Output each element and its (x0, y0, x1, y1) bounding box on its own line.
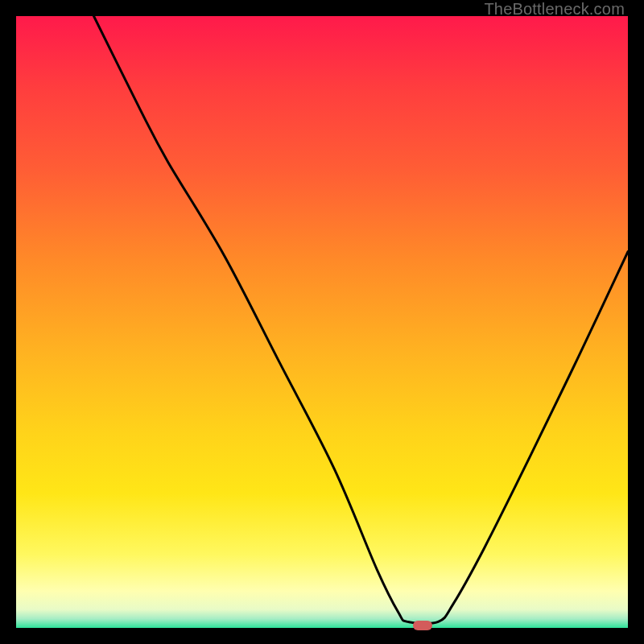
attribution-text: TheBottleneck.com (484, 0, 625, 19)
outer-frame: TheBottleneck.com (0, 0, 644, 644)
plot-area (16, 16, 628, 628)
optimal-marker (413, 621, 432, 630)
bottleneck-gradient (16, 16, 628, 628)
